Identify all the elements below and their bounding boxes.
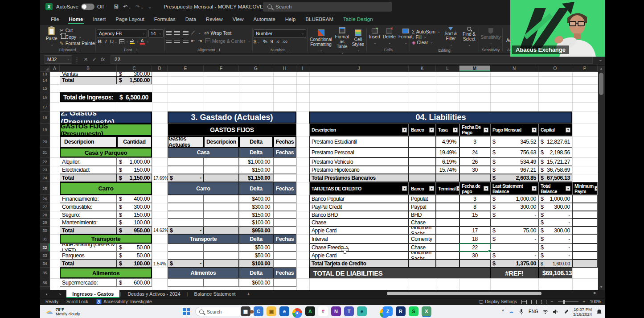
cell-H29[interactable]	[273, 219, 296, 227]
cell-E21[interactable]: Casa	[168, 148, 239, 157]
wrap-text-button[interactable]: abWrap Text	[204, 30, 233, 36]
row-header-17[interactable]: 17	[40, 102, 50, 112]
column-header-O[interactable]: O	[538, 66, 572, 72]
increase-decimal-button[interactable]: .0	[276, 40, 279, 44]
filter-dropdown-icon[interactable]: ▾	[595, 186, 598, 191]
cell-E35[interactable]: Alimentos	[168, 268, 239, 278]
cell-G24[interactable]: $1,150.00	[239, 174, 273, 182]
cell-B35[interactable]: Alimentos	[60, 268, 152, 278]
cell-M29[interactable]	[459, 219, 490, 227]
normal-view-button[interactable]	[521, 300, 527, 304]
cell-F27[interactable]	[204, 203, 239, 211]
ribbon-tab-data[interactable]: Data	[181, 14, 201, 25]
cell-B13[interactable]: Ventas	[60, 72, 117, 76]
cell-F23[interactable]	[204, 166, 239, 174]
cell-H21[interactable]: Fechas	[273, 148, 296, 157]
cell-G25[interactable]: Delta	[239, 182, 273, 195]
cell-H30[interactable]	[273, 227, 296, 234]
filter-dropdown-icon[interactable]: ▾	[402, 128, 407, 132]
cell-L24[interactable]	[436, 174, 459, 182]
ribbon-tab-page-layout[interactable]: Page Layout	[111, 14, 149, 25]
row-header-15[interactable]: 15	[40, 84, 50, 92]
formula-bar-collapse-icon[interactable]: ⌄	[599, 57, 603, 62]
align-center-button[interactable]	[174, 39, 180, 43]
cell-C32[interactable]: $50.00	[117, 244, 152, 252]
cell-J27[interactable]: PayPal Credit	[309, 203, 409, 211]
cell-O22[interactable]: $15,721.27	[538, 157, 572, 166]
select-all-corner[interactable]	[40, 66, 50, 72]
cell-H23[interactable]	[273, 166, 296, 174]
sheet-tab-balance-statement[interactable]: Balance Statement	[189, 290, 242, 298]
cell-K33[interactable]: Goldman Sachs	[409, 252, 436, 260]
cell-F26[interactable]	[204, 195, 239, 203]
cell-M23[interactable]: 30	[459, 166, 490, 174]
row-header-24[interactable]: 24	[40, 174, 50, 182]
column-header-F[interactable]: F	[204, 66, 239, 72]
cell-O31[interactable]: $-	[538, 234, 572, 244]
cell-C34[interactable]: $100.00	[117, 260, 152, 268]
cell-C36[interactable]: $600.00	[117, 278, 152, 287]
borders-dropdown-icon[interactable]: ⌄	[126, 40, 129, 43]
cell-J25[interactable]: TARJETAS DE CREDITO▾	[309, 182, 409, 195]
cell-G36[interactable]: $600.00	[239, 278, 273, 287]
row-header-13[interactable]: 13	[40, 72, 50, 76]
row-header-33[interactable]: 33	[40, 252, 50, 260]
paste-button[interactable]: Paste⌄	[45, 26, 59, 47]
cell-N22[interactable]: $534.49	[490, 157, 538, 166]
cell-L25[interactable]: Terminal▾	[436, 182, 459, 195]
sensitivity-button[interactable]: Sensitivity⌄	[480, 28, 502, 46]
cell-E30[interactable]: $-	[168, 227, 204, 234]
clear-button[interactable]: ◈Clear⌄	[411, 40, 441, 45]
row-header-20[interactable]: 20	[40, 136, 50, 148]
cell-L34[interactable]	[436, 260, 459, 268]
increase-indent-button[interactable]: ⇥	[198, 38, 202, 44]
taskbar-app-chat[interactable]: C	[254, 306, 263, 316]
cell-O34[interactable]: $1,600.00	[538, 260, 572, 268]
taskbar-app-file-explorer[interactable]: ▣	[267, 306, 276, 316]
decrease-decimal-button[interactable]: .00	[283, 40, 287, 44]
filter-dropdown-icon[interactable]: ▾	[456, 186, 459, 191]
cell-B33[interactable]: Parqueos	[60, 252, 117, 260]
weather-widget[interactable]: ☁ 78°FMostly cloudy	[46, 307, 80, 316]
cell-E32[interactable]	[168, 244, 204, 252]
cell-E31[interactable]: Transporte	[168, 234, 239, 244]
display-settings-button[interactable]: 🖵Display Settings	[479, 299, 517, 305]
scroll-down-icon[interactable]: ▼	[598, 285, 605, 289]
filter-dropdown-icon[interactable]: ▾	[566, 186, 570, 191]
cell-H26[interactable]	[273, 195, 296, 203]
row-header-19[interactable]: 19	[40, 124, 50, 136]
ribbon-tab-help[interactable]: Help	[281, 14, 300, 25]
language-indicator[interactable]: ENG	[529, 309, 538, 314]
cell-B32[interactable]: Ride Sharing (UBER & LYFT)	[60, 244, 117, 252]
taskbar-app-teams[interactable]: T	[344, 306, 354, 316]
zoom-out-button[interactable]: −	[551, 299, 554, 304]
selected-cell-M32[interactable]	[459, 243, 491, 252]
taskbar-app-spotify[interactable]: S	[409, 306, 418, 316]
cell-G22[interactable]: $1,000.00	[239, 157, 273, 166]
cell-N23[interactable]: $967.21	[490, 166, 538, 174]
column-header-M[interactable]: M	[459, 66, 490, 72]
cell-M31[interactable]: 18	[459, 234, 490, 244]
redo-button[interactable]: ↷⌄	[135, 4, 144, 10]
undo-button[interactable]: ↶⌄	[123, 4, 131, 10]
comma-format-button[interactable]: 9	[271, 39, 273, 44]
filter-dropdown-icon[interactable]: ▾	[484, 128, 488, 132]
sort-filter-button[interactable]: Sort & Filter⌄	[443, 27, 459, 47]
cell-H28[interactable]	[273, 211, 296, 219]
cell-N19[interactable]: Pago Mensual▾	[490, 124, 538, 136]
cell-H35[interactable]: Fechas	[273, 268, 296, 278]
cell-H36[interactable]	[273, 278, 296, 287]
cell-B28[interactable]: Seguro:	[60, 211, 117, 219]
cell-P31[interactable]	[572, 234, 598, 244]
cell-F34[interactable]	[204, 260, 239, 268]
cell-J32[interactable]: Chase Freedom	[309, 244, 409, 252]
filter-dropdown-icon[interactable]: ▾	[484, 186, 488, 191]
taskbar-clock[interactable]: 10:07 PM3/18/2024	[573, 307, 592, 317]
save-button[interactable]: 🖫	[114, 4, 119, 9]
column-header-D[interactable]: D	[152, 66, 168, 72]
cell-G32[interactable]: $50.00	[239, 244, 273, 252]
vertical-scroll-thumb[interactable]	[599, 73, 603, 95]
cell-O20[interactable]: $12,827.61	[538, 136, 572, 148]
align-left-button[interactable]	[166, 39, 172, 43]
page-break-view-button[interactable]	[541, 300, 546, 304]
